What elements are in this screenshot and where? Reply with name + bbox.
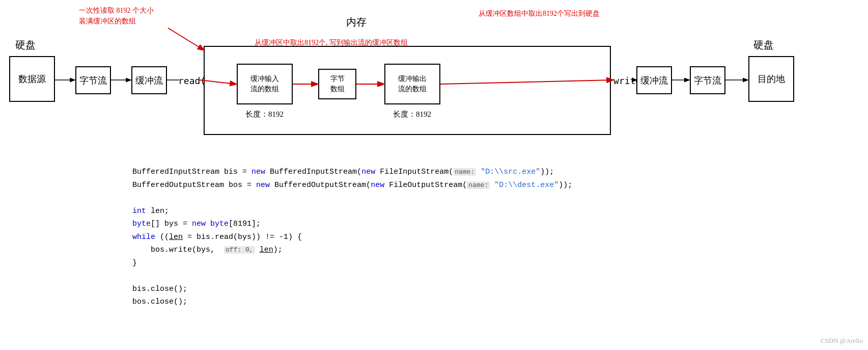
label-buf-in-len: 长度：8192 bbox=[245, 110, 284, 119]
code-line-2: BufferedOutputStream bos = new BufferedO… bbox=[132, 179, 692, 192]
box-bytestream-left: 字节流 bbox=[75, 66, 111, 94]
box-datasource: 数据源 bbox=[9, 56, 55, 102]
code-line-4: int len; bbox=[132, 205, 692, 218]
box-buf-out: 缓冲输出流的数组 bbox=[384, 64, 440, 104]
code-line-6: while ((len = bis.read(bys)) != -1) { bbox=[132, 231, 692, 244]
code-line-8: } bbox=[132, 257, 692, 270]
code-area: BufferedInputStream bis = new BufferedIn… bbox=[132, 158, 692, 316]
annotation-right: 从缓冲区数组中取出8192个写出到硬盘 bbox=[479, 9, 600, 18]
code-line-blank2 bbox=[132, 270, 692, 283]
code-block: BufferedInputStream bis = new BufferedIn… bbox=[132, 158, 692, 316]
box-bufstream-left: 缓冲流 bbox=[131, 66, 167, 94]
code-line-1: BufferedInputStream bis = new BufferedIn… bbox=[132, 166, 692, 179]
code-line-blank1 bbox=[132, 192, 692, 205]
label-harddisk-left: 硬盘 bbox=[15, 38, 36, 52]
label-buf-out-len: 长度：8192 bbox=[393, 110, 431, 119]
box-dest: 目的地 bbox=[748, 56, 794, 102]
annotation-left: 一次性读取 8192 个大小 装满缓冲区的数组 bbox=[79, 5, 154, 26]
box-bytearray: 字节数组 bbox=[318, 69, 356, 99]
label-harddisk-right: 硬盘 bbox=[753, 38, 774, 52]
code-line-5: byte[] bys = new byte[8191]; bbox=[132, 218, 692, 231]
code-line-11: bos.close(); bbox=[132, 295, 692, 309]
watermark: CSDN @Arelio bbox=[821, 337, 863, 345]
box-bytestream-right: 字节流 bbox=[690, 66, 725, 94]
code-line-10: bis.close(); bbox=[132, 283, 692, 296]
svg-line-0 bbox=[168, 28, 204, 50]
box-buf-in: 缓冲输入流的数组 bbox=[237, 64, 293, 104]
label-neicun: 内存 bbox=[346, 15, 367, 29]
code-line-7: bos.write(bys, off: 0, len); bbox=[132, 244, 692, 257]
box-bufstream-right: 缓冲流 bbox=[636, 66, 672, 94]
diagram-area: 硬盘 内存 硬盘 一次性读取 8192 个大小 装满缓冲区的数组 从缓冲区数组中… bbox=[0, 0, 868, 158]
